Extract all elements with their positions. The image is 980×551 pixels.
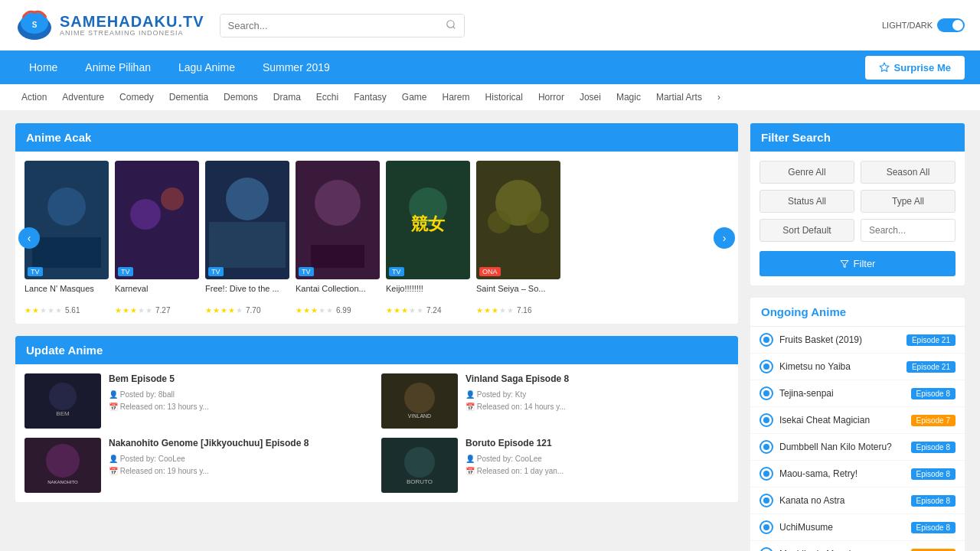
sidebar: Filter Search Genre All Season All Statu… [750,123,965,551]
filter-apply-button[interactable]: Filter [760,251,956,276]
genre-horror[interactable]: Horror [532,89,570,106]
svg-marker-5 [880,63,889,71]
nav-anime-pilihan[interactable]: Anime Pilihan [71,51,165,84]
anime-stars: ★★★★★ 7.70 [205,306,289,315]
list-item[interactable]: TV Karneval ★★★★★ 7.27 [115,161,199,315]
svg-rect-8 [32,237,101,268]
ongoing-title: Kimetsu no Yaiba [779,361,906,372]
ongoing-title: Kanata no Astra [779,495,911,506]
list-item[interactable]: Tejina-senpai Episode 8 [750,380,965,407]
list-item[interactable]: Kanata no Astra Episode 8 [750,487,965,514]
update-meta: 👤 Posted by: CooLee 📅 Released on: 19 ho… [109,453,372,478]
filter-search-input[interactable] [861,219,956,242]
update-info: Bem Episode 5 👤 Posted by: 8ball 📅 Relea… [109,373,372,429]
genre-fantasy[interactable]: Fantasy [348,89,393,106]
theme-toggle[interactable]: LIGHT/DARK [882,18,965,32]
sort-filter-button[interactable]: Sort Default [760,219,854,242]
ongoing-title: Dumbbell Nan Kilo Moteru? [779,442,911,452]
anime-stars: ★★★★★ 7.16 [476,306,560,315]
genre-ecchi[interactable]: Ecchi [310,89,345,106]
list-item[interactable]: BORUTO Boruto Episode 121 👤 Posted by: C… [381,438,729,493]
filter-header: Filter Search [750,123,965,152]
update-grid: BEM Bem Episode 5 👤 Posted by: 8ball 📅 R… [15,364,738,502]
ongoing-dot [760,467,773,481]
list-item[interactable]: Kimetsu no Yaiba Episode 21 [750,354,965,380]
genre-game[interactable]: Game [396,89,433,106]
ongoing-dot [760,333,773,347]
list-item[interactable]: BEM Bem Episode 5 👤 Posted by: 8ball 📅 R… [24,373,372,429]
genre-harem[interactable]: Harem [436,89,476,106]
update-info: Nakanohito Genome [Jikkyouchuu] Episode … [109,438,372,493]
boruto-thumbnail: BORUTO [381,438,458,493]
surprise-me-button[interactable]: Surprise Me [865,56,965,80]
episode-badge: Episode 7 [911,549,956,552]
episode-badge: Episode 8 [911,468,956,480]
svg-point-10 [130,199,161,230]
svg-point-35 [404,447,435,478]
svg-point-14 [226,178,269,220]
main-layout: Anime Acak ‹ TV Lance N' Masque [0,111,980,551]
anime-badge: ONA [479,267,501,276]
episode-badge: Episode 8 [911,522,956,533]
update-meta: 👤 Posted by: 8ball 📅 Released on: 13 hou… [109,389,372,413]
ongoing-dot [760,494,773,507]
list-item[interactable]: ONA Saint Seiya – So... ★★★★★ 7.16 [476,161,560,315]
genre-demons[interactable]: Demons [217,89,264,106]
svg-point-32 [46,444,80,478]
genre-josei[interactable]: Josei [573,89,607,106]
status-filter-button[interactable]: Status All [760,190,854,213]
svg-text:VINLAND: VINLAND [408,413,431,419]
list-item[interactable]: 競女 TV Keijo!!!!!!!! ★★★★★ 7.24 [386,161,470,315]
genre-historical[interactable]: Historical [479,89,529,106]
carousel-next-button[interactable]: › [714,227,735,249]
genre-more[interactable]: › [711,89,727,106]
svg-text:BEM: BEM [56,410,70,417]
update-title: Vinland Saga Episode 8 [466,373,729,386]
genre-drama[interactable]: Drama [267,89,307,106]
list-item[interactable]: TV Kantai Collection... ★★★★★ 6.99 [296,161,380,315]
genre-filter-button[interactable]: Genre All [760,161,854,184]
search-bar[interactable] [220,14,465,37]
genre-martial-arts[interactable]: Martial Arts [650,89,708,106]
carousel-prev-button[interactable]: ‹ [18,227,40,249]
genre-comedy[interactable]: Comedy [113,89,160,106]
content-area: Anime Acak ‹ TV Lance N' Masque [15,123,738,551]
list-item[interactable]: Maou-sama, Retry! Episode 8 [750,461,965,487]
anime-thumbnail [476,161,560,279]
filter-section: Filter Search Genre All Season All Statu… [750,123,965,285]
update-thumbnail: NAKANOHITO [24,438,101,493]
nav-summer-2019[interactable]: Summer 2019 [249,51,344,84]
theme-label: LIGHT/DARK [882,21,933,30]
list-item[interactable]: UchiMusume Episode 8 [750,514,965,541]
ongoing-title: Maou-sama, Retry! [779,468,911,479]
episode-badge: Episode 8 [911,442,956,453]
list-item[interactable]: Machikado Mazoku Episode 7 [750,541,965,551]
update-info: Vinland Saga Episode 8 👤 Posted by: Kty … [466,373,729,429]
update-thumbnail: VINLAND [381,373,458,429]
update-anime-section: Update Anime BEM Bem Episode 5 👤 Posted [15,336,738,502]
ongoing-title: UchiMusume [779,522,911,533]
list-item[interactable]: Isekai Cheat Magician Episode 7 [750,407,965,434]
svg-text:NAKANOHITO: NAKANOHITO [47,480,78,484]
nav-lagu-anime[interactable]: Lagu Anime [165,51,249,84]
type-filter-button[interactable]: Type All [861,190,956,213]
svg-point-24 [526,210,549,233]
anime-title: Saint Seiya – So... [476,283,560,305]
search-input[interactable] [220,15,438,37]
list-item[interactable]: Dumbbell Nan Kilo Moteru? Episode 8 [750,434,965,461]
update-anime-header: Update Anime [15,336,738,364]
list-item[interactable]: Fruits Basket (2019) Episode 21 [750,327,965,354]
season-filter-button[interactable]: Season All [861,161,956,184]
list-item[interactable]: VINLAND Vinland Saga Episode 8 👤 Posted … [381,373,729,429]
anime-badge: TV [208,267,224,276]
genre-action[interactable]: Action [15,89,53,106]
theme-switch[interactable] [937,18,965,32]
search-button[interactable] [438,15,464,37]
genre-adventure[interactable]: Adventure [56,89,110,106]
ongoing-dot [760,520,773,534]
list-item[interactable]: TV Free!: Dive to the ... ★★★★★ 7.70 [205,161,289,315]
list-item[interactable]: NAKANOHITO Nakanohito Genome [Jikkyouchu… [24,438,372,493]
genre-dementia[interactable]: Dementia [163,89,214,106]
nav-home[interactable]: Home [15,51,71,84]
genre-magic[interactable]: Magic [610,89,647,106]
